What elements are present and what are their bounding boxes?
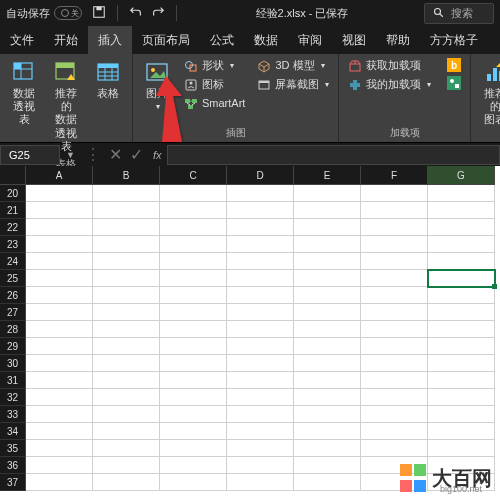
cell[interactable] (428, 355, 495, 372)
cell[interactable] (227, 372, 294, 389)
cell[interactable] (160, 219, 227, 236)
cell[interactable] (428, 287, 495, 304)
cell[interactable] (93, 474, 160, 491)
ribbon-button-bing[interactable]: b (444, 57, 464, 73)
cell[interactable] (227, 185, 294, 202)
cell[interactable] (26, 287, 93, 304)
cell[interactable] (93, 457, 160, 474)
cell[interactable] (93, 202, 160, 219)
column-header[interactable]: G (428, 166, 495, 185)
cell[interactable] (93, 304, 160, 321)
cell[interactable] (227, 423, 294, 440)
cell[interactable] (361, 202, 428, 219)
ribbon-button-pivot[interactable]: 数据透视表 (6, 57, 42, 129)
cell[interactable] (428, 321, 495, 338)
cell[interactable] (93, 185, 160, 202)
cell[interactable] (26, 457, 93, 474)
ribbon-button-3d[interactable]: 3D 模型▾ (254, 57, 332, 74)
cell[interactable] (227, 219, 294, 236)
cell[interactable] (428, 389, 495, 406)
cell[interactable] (294, 474, 361, 491)
row-header[interactable]: 23 (0, 236, 26, 253)
enter-icon[interactable]: ✓ (126, 145, 147, 164)
worksheet-grid[interactable]: 202122232425262728293031323334353637 ABC… (0, 166, 500, 491)
column-header[interactable]: C (160, 166, 227, 185)
row-header[interactable]: 36 (0, 457, 26, 474)
cell[interactable] (361, 338, 428, 355)
cell[interactable] (93, 355, 160, 372)
cell[interactable] (26, 372, 93, 389)
row-header[interactable]: 30 (0, 355, 26, 372)
row-header[interactable]: 21 (0, 202, 26, 219)
cell[interactable] (294, 185, 361, 202)
cell[interactable] (160, 423, 227, 440)
ribbon-button-myaddins[interactable]: 我的加载项▾ (345, 76, 434, 93)
cell[interactable] (26, 270, 93, 287)
row-header[interactable]: 24 (0, 253, 26, 270)
tab-视图[interactable]: 视图 (332, 26, 376, 54)
autosave-toggle[interactable]: 自动保存 关 (6, 6, 82, 21)
cell[interactable] (361, 389, 428, 406)
cell[interactable] (294, 304, 361, 321)
cell[interactable] (428, 304, 495, 321)
cell[interactable] (294, 236, 361, 253)
cell[interactable] (428, 219, 495, 236)
cell[interactable] (26, 338, 93, 355)
cell[interactable] (227, 457, 294, 474)
toggle-switch[interactable]: 关 (54, 6, 82, 20)
cell[interactable] (26, 423, 93, 440)
cell[interactable] (26, 219, 93, 236)
cell[interactable] (93, 253, 160, 270)
cell[interactable] (428, 423, 495, 440)
cell[interactable] (26, 355, 93, 372)
row-header[interactable]: 37 (0, 474, 26, 491)
cell[interactable] (294, 219, 361, 236)
row-header[interactable]: 32 (0, 389, 26, 406)
ribbon-button-chart-rec[interactable]: 推荐的图表 (477, 57, 500, 129)
cell[interactable] (26, 406, 93, 423)
row-header[interactable]: 26 (0, 287, 26, 304)
cell[interactable] (428, 202, 495, 219)
cell[interactable] (361, 270, 428, 287)
cell[interactable] (160, 185, 227, 202)
cell[interactable] (227, 202, 294, 219)
ribbon-button-visio[interactable] (444, 75, 464, 91)
tab-审阅[interactable]: 审阅 (288, 26, 332, 54)
cancel-icon[interactable]: ✕ (105, 145, 126, 164)
ribbon-button-shapes[interactable]: 形状▾ (181, 57, 248, 74)
select-all-corner[interactable] (0, 166, 26, 185)
row-header[interactable]: 31 (0, 372, 26, 389)
cell[interactable] (93, 270, 160, 287)
cell[interactable] (294, 440, 361, 457)
cell[interactable] (160, 355, 227, 372)
cell[interactable] (160, 474, 227, 491)
cell[interactable] (227, 440, 294, 457)
cell[interactable] (227, 287, 294, 304)
row-header[interactable]: 25 (0, 270, 26, 287)
tab-公式[interactable]: 公式 (200, 26, 244, 54)
cell[interactable] (93, 372, 160, 389)
cell[interactable] (227, 355, 294, 372)
cell[interactable] (227, 406, 294, 423)
cell[interactable] (428, 440, 495, 457)
cell[interactable] (361, 372, 428, 389)
row-header[interactable]: 33 (0, 406, 26, 423)
cell[interactable] (428, 338, 495, 355)
cell[interactable] (93, 338, 160, 355)
cell[interactable] (93, 236, 160, 253)
row-header[interactable]: 22 (0, 219, 26, 236)
cell[interactable] (160, 304, 227, 321)
cell[interactable] (294, 355, 361, 372)
cell[interactable] (160, 321, 227, 338)
save-icon[interactable] (92, 5, 106, 22)
tab-插入[interactable]: 插入 (88, 26, 132, 54)
cell[interactable] (227, 253, 294, 270)
cell[interactable] (428, 406, 495, 423)
tab-数据[interactable]: 数据 (244, 26, 288, 54)
redo-icon[interactable] (151, 5, 165, 22)
row-header[interactable]: 29 (0, 338, 26, 355)
ribbon-button-smartart[interactable]: SmartArt (181, 95, 248, 111)
cell[interactable] (294, 406, 361, 423)
cell[interactable] (160, 287, 227, 304)
cell[interactable] (160, 236, 227, 253)
